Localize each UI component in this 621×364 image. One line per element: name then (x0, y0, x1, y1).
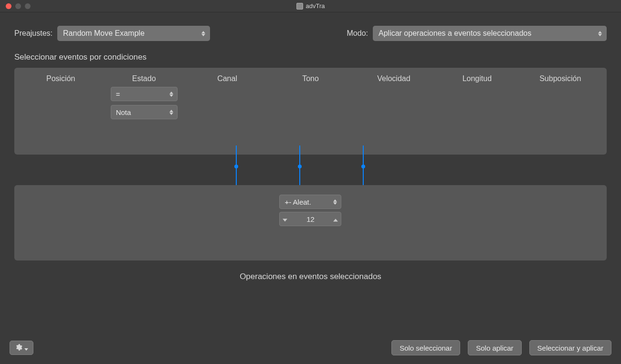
col-subposicion: Subposición (519, 74, 602, 83)
chevron-down-icon (24, 344, 28, 352)
conditions-title: Seleccionar eventos por condiciones (0, 48, 621, 64)
split-handle[interactable] (236, 146, 237, 187)
col-estado: Estado (102, 74, 185, 83)
operations-section-label: Operaciones en eventos seleccionados (0, 260, 621, 281)
estado-type-value: Nota (116, 108, 131, 116)
col-velocidad: Velocidad (352, 74, 435, 83)
mode-popup[interactable]: Aplicar operaciones a eventos selecciona… (373, 26, 607, 41)
tono-value-stepper[interactable]: 12 (279, 212, 341, 226)
presets-label: Preajustes: (14, 29, 53, 38)
chevron-updown-icon (332, 198, 338, 206)
operations-panel: +- Aleat. 12 (14, 185, 607, 260)
select-and-apply-label: Seleccionar y aplicar (537, 344, 603, 352)
condition-columns: Posición Estado Canal Tono Velocidad Lon… (14, 68, 607, 87)
presets-popup[interactable]: Random Move Example (57, 26, 210, 41)
tono-operation-value: +- Aleat. (284, 198, 311, 206)
tono-value: 12 (287, 215, 333, 223)
col-canal: Canal (186, 74, 269, 83)
split-handle[interactable] (299, 146, 300, 187)
condition-fields: = Nota (14, 87, 607, 119)
window-title: advTra (0, 2, 621, 10)
conditions-panel: Posición Estado Canal Tono Velocidad Lon… (14, 68, 607, 155)
estado-type-select[interactable]: Nota (111, 105, 178, 119)
gear-icon (15, 343, 22, 353)
col-longitud: Longitud (435, 74, 518, 83)
window-title-text: advTra (306, 2, 325, 10)
col-posicion: Posición (19, 74, 102, 83)
top-row: Preajustes: Random Move Example Modo: Ap… (0, 12, 621, 48)
mode-value: Aplicar operaciones a eventos selecciona… (379, 29, 531, 38)
apply-only-label: Solo aplicar (476, 344, 513, 352)
select-only-button[interactable]: Solo seleccionar (391, 340, 460, 355)
select-only-label: Solo seleccionar (400, 344, 452, 352)
select-and-apply-button[interactable]: Seleccionar y aplicar (529, 340, 611, 355)
stepper-increment[interactable] (333, 215, 338, 223)
chevron-updown-icon (168, 108, 174, 116)
settings-menu-button[interactable] (10, 341, 33, 355)
apply-only-button[interactable]: Solo aplicar (468, 340, 521, 355)
estado-operator-value: = (116, 90, 120, 98)
tono-operation-select[interactable]: +- Aleat. (279, 195, 341, 209)
chevron-updown-icon (168, 90, 174, 98)
col-tono: Tono (269, 74, 352, 83)
mode-label: Modo: (347, 29, 368, 38)
split-handle[interactable] (363, 146, 364, 187)
chevron-updown-icon (597, 30, 603, 37)
estado-operator-select[interactable]: = (111, 87, 178, 101)
stepper-decrement[interactable] (283, 215, 287, 223)
window-titlebar: advTra (0, 0, 621, 12)
chevron-updown-icon (200, 30, 206, 37)
app-icon (296, 3, 303, 10)
presets-value: Random Move Example (63, 29, 145, 38)
footer: Solo seleccionar Solo aplicar Selecciona… (0, 340, 621, 355)
